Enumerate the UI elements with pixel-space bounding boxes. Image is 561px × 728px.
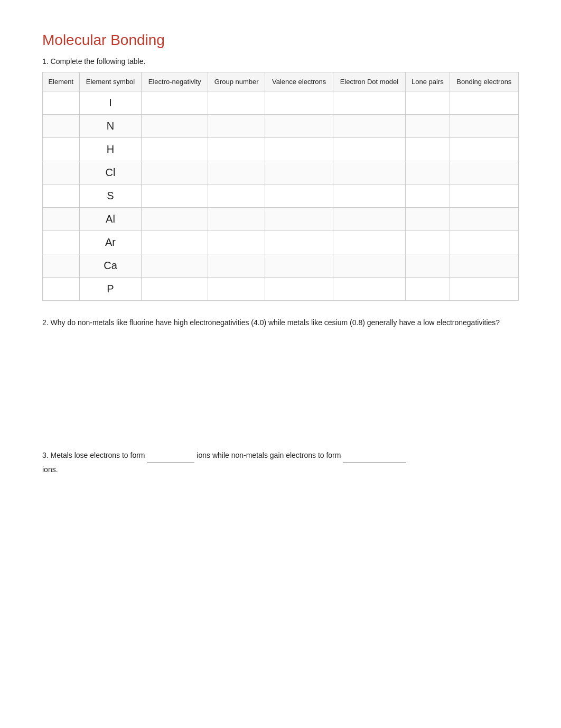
table-row: Ca [43,254,519,278]
cell-group-number [208,254,265,278]
page-title: Molecular Bonding [42,32,519,49]
cell-electronegativity [142,278,208,301]
cell-bonding-electrons [450,231,518,254]
col-header-lone-pairs: Lone pairs [406,72,450,91]
cell-symbol: Ca [79,254,142,278]
question2-label: 2. Why do non-metals like fluorine have … [42,317,519,328]
cell-bonding-electrons [450,185,518,208]
table-row: P [43,278,519,301]
cell-group-number [208,161,265,185]
question3-suffix: ions. [42,465,58,474]
question3-middle: ions while non-metals gain electrons to … [197,451,341,459]
cell-electronegativity [142,138,208,161]
cell-electron-dot-model [333,254,405,278]
cell-symbol: N [79,115,142,138]
cell-symbol: Cl [79,161,142,185]
cell-lone-pairs [406,231,450,254]
cell-bonding-electrons [450,208,518,231]
col-header-electron-dot-model: Electron Dot model [333,72,405,91]
cell-valence-electrons [265,208,333,231]
cell-bonding-electrons [450,115,518,138]
elements-table: Element Element symbol Electro-negativit… [42,72,519,301]
cell-element [43,185,80,208]
cell-lone-pairs [406,115,450,138]
cell-electronegativity [142,208,208,231]
cell-valence-electrons [265,185,333,208]
cell-element [43,231,80,254]
cell-lone-pairs [406,138,450,161]
cell-group-number [208,91,265,115]
table-row: Cl [43,161,519,185]
cell-group-number [208,231,265,254]
cell-valence-electrons [265,231,333,254]
cell-bonding-electrons [450,91,518,115]
cell-valence-electrons [265,161,333,185]
question1-label: 1. Complete the following table. [42,57,519,66]
cell-group-number [208,138,265,161]
cell-valence-electrons [265,115,333,138]
cell-lone-pairs [406,254,450,278]
cell-group-number [208,185,265,208]
cell-electron-dot-model [333,138,405,161]
question3-container: 3. Metals lose electrons to form ions wh… [42,449,519,476]
cell-element [43,91,80,115]
col-header-valence-electrons: Valence electrons [265,72,333,91]
col-header-element: Element [43,72,80,91]
question3-blank2 [343,449,406,463]
cell-electronegativity [142,91,208,115]
cell-lone-pairs [406,161,450,185]
cell-electron-dot-model [333,115,405,138]
cell-element [43,138,80,161]
cell-element [43,115,80,138]
col-header-bonding-electrons: Bonding electrons [450,72,518,91]
cell-electron-dot-model [333,208,405,231]
cell-electronegativity [142,231,208,254]
col-header-electronegativity: Electro-negativity [142,72,208,91]
cell-bonding-electrons [450,161,518,185]
cell-electron-dot-model [333,278,405,301]
cell-symbol: P [79,278,142,301]
cell-symbol: I [79,91,142,115]
cell-element [43,161,80,185]
cell-electronegativity [142,161,208,185]
cell-group-number [208,278,265,301]
cell-element [43,208,80,231]
cell-group-number [208,115,265,138]
cell-lone-pairs [406,185,450,208]
cell-valence-electrons [265,278,333,301]
cell-element [43,254,80,278]
cell-symbol: Al [79,208,142,231]
col-header-symbol: Element symbol [79,72,142,91]
cell-element [43,278,80,301]
cell-bonding-electrons [450,138,518,161]
cell-electron-dot-model [333,161,405,185]
cell-lone-pairs [406,208,450,231]
question3-blank1 [147,449,194,463]
cell-electronegativity [142,185,208,208]
cell-electron-dot-model [333,231,405,254]
question3-prefix: 3. Metals lose electrons to form [42,451,145,459]
cell-group-number [208,208,265,231]
table-row: N [43,115,519,138]
cell-symbol: S [79,185,142,208]
question2-answer-area [42,333,519,438]
table-row: Al [43,208,519,231]
cell-symbol: H [79,138,142,161]
cell-lone-pairs [406,278,450,301]
cell-valence-electrons [265,91,333,115]
cell-valence-electrons [265,138,333,161]
cell-bonding-electrons [450,254,518,278]
cell-valence-electrons [265,254,333,278]
cell-electron-dot-model [333,185,405,208]
table-row: H [43,138,519,161]
cell-symbol: Ar [79,231,142,254]
cell-bonding-electrons [450,278,518,301]
cell-lone-pairs [406,91,450,115]
cell-electronegativity [142,254,208,278]
table-row: Ar [43,231,519,254]
cell-electron-dot-model [333,91,405,115]
col-header-group-number: Group number [208,72,265,91]
table-row: I [43,91,519,115]
cell-electronegativity [142,115,208,138]
table-row: S [43,185,519,208]
